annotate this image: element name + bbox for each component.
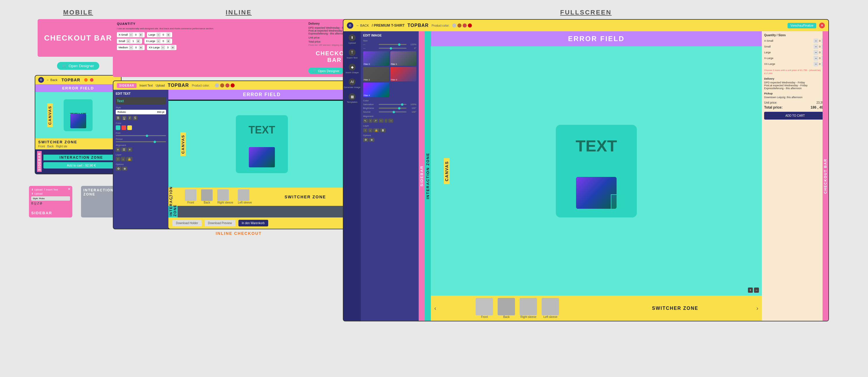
fs-templates-icon-item[interactable]: ▦ Templates: [347, 93, 357, 104]
view-back[interactable]: Back: [47, 145, 54, 148]
fs-add-to-cart-button[interactable]: ADD TO CART: [764, 112, 826, 120]
period-slider[interactable]: [116, 141, 166, 142]
layer-up-btn[interactable]: ↑: [116, 157, 120, 161]
align-right-btn[interactable]: ≡: [128, 147, 132, 152]
view-front[interactable]: Front: [38, 145, 45, 148]
align-mr-btn[interactable]: →: [388, 119, 393, 123]
color-dot-3[interactable]: [225, 83, 229, 87]
fs-upload-icon-item[interactable]: ⬆ Upload: [348, 34, 355, 44]
color-dot-2[interactable]: [220, 83, 224, 87]
fs-insert-text-icon-item[interactable]: T Insert Text: [347, 49, 358, 59]
upload-btn-top[interactable]: Upload: [156, 84, 165, 87]
qty-minus-xxlarge[interactable]: −: [161, 46, 165, 50]
mobile-open-designer-button[interactable]: 🛒 Open Designer: [57, 62, 99, 70]
fs-saturation-slider[interactable]: [379, 104, 406, 105]
upload-btn2[interactable]: ⬆ Upload: [31, 192, 42, 195]
insert-text-btn[interactable]: T Insert Text: [44, 188, 58, 191]
fs-switcher-prev[interactable]: ‹: [434, 305, 436, 312]
align-tr-btn[interactable]: ↗: [373, 119, 378, 123]
insert-text-btn-top[interactable]: Insert Text: [140, 84, 153, 87]
fs-close-btn[interactable]: ✕: [819, 23, 825, 28]
font-slider[interactable]: [116, 135, 166, 136]
fs-qty-minus-xsmall[interactable]: −: [814, 38, 818, 43]
bold-btn[interactable]: B: [116, 116, 121, 120]
inline-sidebar-btn[interactable]: SIDEBAR: [117, 83, 136, 88]
qty-minus-medium[interactable]: −: [129, 46, 133, 50]
fs-filter-2[interactable]: Filter 2: [363, 67, 389, 81]
fs-source-slider[interactable]: [379, 112, 406, 112]
fs-layer-delete-btn[interactable]: 🗑: [380, 128, 386, 132]
fs-back-btn[interactable]: ← BACK: [356, 24, 369, 27]
upload-btn[interactable]: ⬆ Upload: [31, 188, 42, 191]
fs-color-dot-4[interactable]: [468, 24, 472, 28]
fs-insert-shape-icon-item[interactable]: ◆ Insert Shape: [345, 64, 359, 74]
underline-btn[interactable]: U: [122, 116, 127, 120]
view-right-option[interactable]: Right sleeve: [217, 190, 233, 204]
align-center-btn[interactable]: ☰: [121, 147, 127, 152]
qty-plus-xsmall[interactable]: +: [139, 33, 143, 37]
color-swatch-3[interactable]: [127, 125, 132, 130]
fs-color-dot-2[interactable]: [458, 24, 462, 28]
fs-view-right-sleeve[interactable]: Right sleeve: [520, 298, 537, 319]
bold-btn-popup[interactable]: B: [31, 202, 33, 205]
fs-qty-minus-large[interactable]: −: [814, 50, 818, 55]
fs-qty-minus-xlarge[interactable]: −: [814, 56, 818, 60]
view-front-option[interactable]: Front: [185, 190, 196, 204]
view-left-option[interactable]: Left sleeve: [238, 190, 252, 204]
fs-color-dot-3[interactable]: [463, 24, 467, 28]
strike-btn-popup[interactable]: Ø: [40, 202, 42, 205]
strikethrough-btn[interactable]: S: [133, 116, 138, 120]
italic-btn-popup[interactable]: Z: [37, 202, 39, 205]
fs-filter-1[interactable]: Filter 1: [390, 51, 416, 66]
italic-btn[interactable]: I: [128, 116, 132, 120]
color-swatch-2[interactable]: [122, 125, 126, 130]
fs-color-dot-1[interactable]: [452, 24, 456, 28]
fs-qty-minus-small[interactable]: −: [814, 44, 818, 49]
download-holder-button[interactable]: Download Holder: [173, 220, 202, 226]
font-selector[interactable]: Roboto 893 pt: [116, 110, 166, 114]
option-2-btn[interactable]: ⊕: [122, 167, 127, 171]
color-dot-4[interactable]: [230, 83, 235, 87]
view-back-option[interactable]: Back: [201, 190, 213, 204]
fs-brightness-slider[interactable]: [379, 108, 406, 109]
align-mc-btn[interactable]: ·: [384, 119, 388, 123]
qty-minus-xlarge[interactable]: −: [157, 39, 161, 43]
qty-minus-small[interactable]: −: [126, 39, 130, 43]
fs-topbar-add-cart-btn[interactable]: Vorschau/Finalize: [787, 23, 816, 28]
align-ml-btn[interactable]: ←: [379, 119, 384, 123]
layer-lock-btn[interactable]: 🔒: [126, 157, 132, 161]
underline-btn-popup[interactable]: U: [34, 202, 36, 205]
qty-plus-medium[interactable]: +: [139, 46, 143, 50]
layer-down-btn[interactable]: ↓: [121, 157, 125, 161]
fs-filter-4[interactable]: Filter 4: [363, 83, 389, 97]
fs-filter-0[interactable]: Filter 0: [363, 51, 389, 66]
fs-filter-3[interactable]: Filter 3: [390, 67, 416, 81]
qty-plus-small[interactable]: +: [136, 39, 140, 43]
qty-minus-xsmall[interactable]: −: [129, 33, 133, 37]
fs-generate-image-icon-item[interactable]: AI Generate Image: [344, 79, 361, 89]
fs-zoom-out-btn[interactable]: −: [754, 288, 759, 293]
fs-view-left-sleeve[interactable]: Left sleeve: [541, 298, 559, 319]
color-swatch-1[interactable]: [116, 125, 120, 130]
in-den-warenkorb-button[interactable]: In den Warenkorb: [239, 220, 268, 226]
fs-view-back[interactable]: Back: [498, 298, 515, 319]
qty-minus-large[interactable]: −: [157, 33, 161, 37]
qty-plus-xxlarge[interactable]: +: [171, 46, 175, 50]
view-right[interactable]: Right sle: [56, 145, 67, 148]
fs-position-slider[interactable]: [379, 48, 406, 49]
fs-size-slider[interactable]: [379, 44, 406, 45]
fs-zoom-in-btn[interactable]: +: [748, 288, 753, 293]
qty-plus-large[interactable]: +: [166, 33, 170, 37]
fs-qty-minus-xxlarge[interactable]: −: [814, 62, 818, 66]
option-1-btn[interactable]: ⚙: [116, 167, 121, 171]
fs-layer-up-btn[interactable]: ↑: [363, 128, 368, 132]
fs-option-2-btn[interactable]: ⊕: [369, 138, 374, 142]
color-dot-1[interactable]: [215, 83, 219, 87]
align-tc-btn[interactable]: ↑: [369, 119, 372, 123]
mobile-add-to-cart-button[interactable]: Add to cart - 92,90 €: [43, 162, 119, 169]
mobile-back-btn[interactable]: ← Back: [46, 78, 58, 82]
align-left-btn[interactable]: ≡: [116, 147, 120, 152]
fs-view-front[interactable]: Front: [476, 298, 493, 319]
fs-switcher-next[interactable]: ›: [756, 305, 758, 312]
fs-option-1-btn[interactable]: ⚙: [363, 138, 368, 142]
